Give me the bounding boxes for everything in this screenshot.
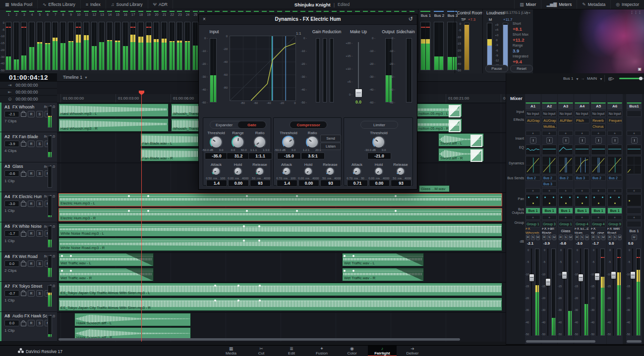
knob-value[interactable]: 0.00 [228,180,249,187]
audio-clip[interactable]: ES_Tokyo Japan City Traffic Atmos With S… [59,298,502,311]
fader-handle[interactable] [611,271,616,279]
automation-point[interactable] [147,195,149,197]
strip-effect[interactable]: Multiba... [542,124,557,129]
tab-cut[interactable]: ✂Cut [247,346,276,356]
fader-handle[interactable] [594,273,600,281]
strip-send[interactable]: Bus 2 [542,175,557,181]
track-r-button[interactable]: R [28,111,35,117]
meters-button[interactable]: ▂▅▇Meters [541,0,577,9]
eq-thumbnail[interactable] [627,145,642,155]
dynamics-thumbnail[interactable] [607,156,622,174]
speaker-icon[interactable]: ◁)) [608,76,614,81]
track-header-A2[interactable]: A2FX Fan Bladefx2.0-3.9RSM4 Clips [0,132,57,162]
mixer-button[interactable]: ▥Mixer [514,0,541,9]
threshold-knob[interactable] [372,136,385,149]
lock-icon[interactable] [21,142,26,147]
automation-point[interactable] [243,240,245,242]
strip-m-button[interactable]: M [618,235,622,240]
automation-point[interactable] [296,195,298,197]
gate-button[interactable]: Gate [238,121,266,128]
strip-effect[interactable]: Reverb [591,118,606,123]
strip-s-button[interactable]: S [531,235,535,240]
lock-icon[interactable] [21,262,26,266]
strip-bus-output[interactable]: Bus 1 [607,207,622,214]
track-r-button[interactable]: R [28,260,35,267]
pan-control[interactable] [607,194,622,206]
eq-thumbnail[interactable] [607,145,622,155]
monitor-dest-select[interactable]: MAIN [587,76,597,81]
strip-effect[interactable]: Pitch [575,118,589,123]
makeup-slider-handle[interactable] [355,89,362,98]
fade-handle[interactable] [449,105,461,117]
eq-thumbnail[interactable] [558,145,573,155]
knob-value[interactable]: 0.71 [347,180,368,187]
knob-value[interactable]: 93 [250,180,271,187]
audio-clip[interactable]: nsition-05.mp3 - R [416,118,462,132]
strip-m-button[interactable]: M [601,235,605,240]
loudness-menu-icon[interactable]: ••• [526,11,530,14]
compressor-button[interactable]: Compressor [290,121,327,128]
track-volume-value[interactable]: -3.0 [4,201,19,207]
strip-send[interactable]: Bus 2 [591,175,606,181]
ratio-knob[interactable] [306,136,319,149]
strip-s-button[interactable]: S [547,235,551,240]
track-s-button[interactable]: S [36,290,43,297]
insert-button[interactable] [563,137,569,144]
eq-thumbnail[interactable] [591,145,606,155]
strip-send[interactable]: Bus 3 [542,181,557,187]
audio-clip[interactable]: Sword.aiff - L [438,133,484,147]
knob-value[interactable]: 1.4 [206,180,227,187]
track-r-button[interactable]: R [28,320,35,326]
automation-point[interactable] [395,195,397,197]
add-output-button[interactable]: + [542,215,557,220]
hold-knob[interactable] [304,167,313,176]
add-effect-button[interactable]: + [591,131,606,136]
pause-button[interactable]: Pause [485,65,508,72]
pan-control[interactable] [542,194,557,206]
automation-point[interactable] [395,210,397,212]
tab-media[interactable]: ▦Media [217,346,245,356]
dynamics-thumbnail[interactable] [591,156,606,174]
fader-handle[interactable] [529,274,534,282]
knob-value[interactable]: 0.00 [369,180,390,187]
strip-group[interactable]: Group 1 [558,221,573,227]
metadata-button[interactable]: ✎Metadata [577,0,610,9]
track-header-A1[interactable]: A1FX Whooshfx2.0-2.1RSM7 Clips [0,102,57,132]
mixer-scrollbar[interactable] [526,340,595,343]
add-send-button[interactable]: + [558,188,573,193]
strip-group[interactable]: Group 3 [542,221,557,227]
automation-point[interactable] [352,255,354,257]
index-button[interactable]: ≡Index [81,0,106,9]
attack-knob[interactable] [212,167,221,176]
track-r-button[interactable]: R [28,170,35,177]
lock-icon[interactable] [21,112,26,117]
lock-icon[interactable] [21,172,26,177]
track-volume-value[interactable]: -3.9 [4,141,19,147]
limiter-button[interactable]: Limiter [361,121,398,128]
strip-input[interactable]: No Input [591,110,606,117]
track-s-button[interactable]: S [36,170,43,177]
automation-point[interactable] [70,270,72,272]
strip-r-button[interactable]: R [559,235,563,240]
track-s-button[interactable]: S [36,111,43,117]
fade-handle[interactable] [449,120,461,132]
expander-button[interactable]: Expander [210,121,238,128]
automation-point[interactable] [259,300,261,302]
knob-value[interactable]: -15.0 [277,153,301,159]
knob-value[interactable]: 93 [391,180,411,187]
fader-handle[interactable] [578,274,584,282]
sound-library-button[interactable]: ♫Sound Library [106,0,148,9]
attack-knob[interactable] [352,167,361,176]
lock-icon[interactable] [21,292,26,296]
effects-library-button[interactable]: ∿Effects Library [38,0,81,9]
add-effect-button[interactable]: + [558,131,573,136]
strip-group[interactable]: Group 1 [526,221,540,227]
track-s-button[interactable]: S [36,320,43,326]
add-output-button[interactable]: + [607,215,622,220]
automation-point[interactable] [246,210,248,212]
add-output-button[interactable]: + [526,215,540,220]
dynamics-thumbnail[interactable] [627,156,642,174]
add-effect-button[interactable]: + [627,131,642,136]
strip-r-button[interactable]: R [608,235,612,240]
fader-handle[interactable] [562,271,567,279]
